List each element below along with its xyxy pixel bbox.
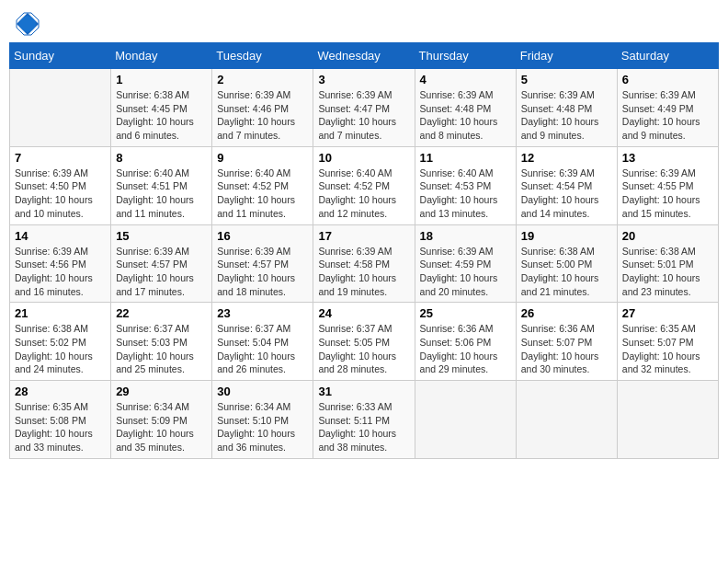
day-number: 26 bbox=[521, 306, 612, 320]
day-number: 5 bbox=[521, 73, 612, 86]
day-number: 28 bbox=[15, 385, 106, 398]
day-info: Sunrise: 6:39 AM Sunset: 4:46 PM Dayligh… bbox=[217, 88, 308, 143]
day-number: 8 bbox=[116, 151, 207, 165]
day-cell: 15Sunrise: 6:39 AM Sunset: 4:57 PM Dayli… bbox=[111, 224, 212, 303]
day-cell: 25Sunrise: 6:36 AM Sunset: 5:06 PM Dayli… bbox=[415, 303, 516, 381]
day-cell bbox=[415, 381, 516, 459]
day-cell: 6Sunrise: 6:39 AM Sunset: 4:49 PM Daylig… bbox=[617, 69, 718, 147]
day-info: Sunrise: 6:39 AM Sunset: 4:47 PM Dayligh… bbox=[318, 88, 409, 143]
day-number: 18 bbox=[420, 229, 511, 243]
day-number: 6 bbox=[622, 73, 713, 86]
day-number: 25 bbox=[420, 306, 511, 320]
day-info: Sunrise: 6:36 AM Sunset: 5:07 PM Dayligh… bbox=[521, 322, 612, 376]
day-cell: 24Sunrise: 6:37 AM Sunset: 5:05 PM Dayli… bbox=[313, 303, 415, 381]
day-number: 15 bbox=[116, 229, 207, 243]
day-cell: 20Sunrise: 6:38 AM Sunset: 5:01 PM Dayli… bbox=[617, 224, 718, 303]
day-number: 11 bbox=[420, 151, 511, 165]
day-cell bbox=[516, 381, 617, 459]
day-number: 3 bbox=[318, 73, 409, 86]
col-header-thursday: Thursday bbox=[415, 43, 516, 69]
day-number: 17 bbox=[318, 229, 409, 243]
week-row-1: 1Sunrise: 6:38 AM Sunset: 4:45 PM Daylig… bbox=[10, 69, 719, 147]
day-cell: 30Sunrise: 6:34 AM Sunset: 5:10 PM Dayli… bbox=[212, 381, 313, 459]
day-cell: 27Sunrise: 6:35 AM Sunset: 5:07 PM Dayli… bbox=[617, 303, 718, 381]
day-number: 14 bbox=[15, 229, 106, 243]
day-cell: 16Sunrise: 6:39 AM Sunset: 4:57 PM Dayli… bbox=[212, 224, 313, 303]
day-number: 30 bbox=[217, 385, 308, 398]
day-info: Sunrise: 6:40 AM Sunset: 4:51 PM Dayligh… bbox=[116, 167, 207, 221]
day-info: Sunrise: 6:39 AM Sunset: 4:50 PM Dayligh… bbox=[15, 167, 106, 221]
day-info: Sunrise: 6:40 AM Sunset: 4:52 PM Dayligh… bbox=[217, 167, 308, 221]
day-number: 4 bbox=[420, 73, 511, 86]
day-info: Sunrise: 6:39 AM Sunset: 4:58 PM Dayligh… bbox=[318, 245, 409, 299]
day-number: 1 bbox=[116, 73, 207, 86]
day-cell: 17Sunrise: 6:39 AM Sunset: 4:58 PM Dayli… bbox=[313, 224, 415, 303]
day-cell: 12Sunrise: 6:39 AM Sunset: 4:54 PM Dayli… bbox=[516, 146, 617, 224]
day-cell: 10Sunrise: 6:40 AM Sunset: 4:52 PM Dayli… bbox=[313, 146, 415, 224]
day-number: 21 bbox=[15, 306, 106, 320]
day-cell: 4Sunrise: 6:39 AM Sunset: 4:48 PM Daylig… bbox=[415, 69, 516, 147]
day-number: 20 bbox=[622, 229, 713, 243]
day-cell bbox=[10, 69, 111, 147]
day-info: Sunrise: 6:39 AM Sunset: 4:54 PM Dayligh… bbox=[521, 167, 612, 221]
day-info: Sunrise: 6:35 AM Sunset: 5:08 PM Dayligh… bbox=[15, 400, 106, 454]
day-cell: 23Sunrise: 6:37 AM Sunset: 5:04 PM Dayli… bbox=[212, 303, 313, 381]
day-info: Sunrise: 6:39 AM Sunset: 4:56 PM Dayligh… bbox=[15, 245, 106, 299]
col-header-saturday: Saturday bbox=[617, 43, 718, 69]
day-cell bbox=[617, 381, 718, 459]
day-number: 31 bbox=[318, 385, 409, 398]
day-info: Sunrise: 6:39 AM Sunset: 4:48 PM Dayligh… bbox=[521, 88, 612, 143]
day-cell: 26Sunrise: 6:36 AM Sunset: 5:07 PM Dayli… bbox=[516, 303, 617, 381]
day-cell: 2Sunrise: 6:39 AM Sunset: 4:46 PM Daylig… bbox=[212, 69, 313, 147]
day-number: 23 bbox=[217, 306, 308, 320]
day-cell: 14Sunrise: 6:39 AM Sunset: 4:56 PM Dayli… bbox=[10, 224, 111, 303]
day-number: 12 bbox=[521, 151, 612, 165]
day-info: Sunrise: 6:39 AM Sunset: 4:55 PM Dayligh… bbox=[622, 167, 713, 221]
day-info: Sunrise: 6:37 AM Sunset: 5:05 PM Dayligh… bbox=[318, 322, 409, 376]
day-number: 13 bbox=[622, 151, 713, 165]
day-info: Sunrise: 6:39 AM Sunset: 4:48 PM Dayligh… bbox=[420, 88, 511, 143]
day-cell: 1Sunrise: 6:38 AM Sunset: 4:45 PM Daylig… bbox=[111, 69, 212, 147]
day-info: Sunrise: 6:37 AM Sunset: 5:03 PM Dayligh… bbox=[116, 322, 207, 376]
week-row-5: 28Sunrise: 6:35 AM Sunset: 5:08 PM Dayli… bbox=[10, 381, 719, 459]
week-row-4: 21Sunrise: 6:38 AM Sunset: 5:02 PM Dayli… bbox=[10, 303, 719, 381]
day-info: Sunrise: 6:36 AM Sunset: 5:06 PM Dayligh… bbox=[420, 322, 511, 376]
week-row-2: 7Sunrise: 6:39 AM Sunset: 4:50 PM Daylig… bbox=[10, 146, 719, 224]
day-info: Sunrise: 6:40 AM Sunset: 4:53 PM Dayligh… bbox=[420, 167, 511, 221]
day-info: Sunrise: 6:34 AM Sunset: 5:10 PM Dayligh… bbox=[217, 400, 308, 454]
day-info: Sunrise: 6:38 AM Sunset: 5:00 PM Dayligh… bbox=[521, 245, 612, 299]
logo-icon bbox=[13, 9, 39, 35]
day-cell: 9Sunrise: 6:40 AM Sunset: 4:52 PM Daylig… bbox=[212, 146, 313, 224]
day-cell: 21Sunrise: 6:38 AM Sunset: 5:02 PM Dayli… bbox=[10, 303, 111, 381]
day-info: Sunrise: 6:38 AM Sunset: 5:02 PM Dayligh… bbox=[15, 322, 106, 376]
day-info: Sunrise: 6:35 AM Sunset: 5:07 PM Dayligh… bbox=[622, 322, 713, 376]
col-header-tuesday: Tuesday bbox=[212, 43, 313, 69]
day-number: 10 bbox=[318, 151, 409, 165]
day-info: Sunrise: 6:39 AM Sunset: 4:57 PM Dayligh… bbox=[217, 245, 308, 299]
day-number: 9 bbox=[217, 151, 308, 165]
day-cell: 29Sunrise: 6:34 AM Sunset: 5:09 PM Dayli… bbox=[111, 381, 212, 459]
day-info: Sunrise: 6:39 AM Sunset: 4:57 PM Dayligh… bbox=[116, 245, 207, 299]
week-row-3: 14Sunrise: 6:39 AM Sunset: 4:56 PM Dayli… bbox=[10, 224, 719, 303]
day-cell: 19Sunrise: 6:38 AM Sunset: 5:00 PM Dayli… bbox=[516, 224, 617, 303]
day-number: 7 bbox=[15, 151, 106, 165]
day-cell: 11Sunrise: 6:40 AM Sunset: 4:53 PM Dayli… bbox=[415, 146, 516, 224]
day-number: 27 bbox=[622, 306, 713, 320]
day-cell: 5Sunrise: 6:39 AM Sunset: 4:48 PM Daylig… bbox=[516, 69, 617, 147]
day-cell: 3Sunrise: 6:39 AM Sunset: 4:47 PM Daylig… bbox=[313, 69, 415, 147]
day-info: Sunrise: 6:38 AM Sunset: 4:45 PM Dayligh… bbox=[116, 88, 207, 143]
day-info: Sunrise: 6:37 AM Sunset: 5:04 PM Dayligh… bbox=[217, 322, 308, 376]
day-cell: 22Sunrise: 6:37 AM Sunset: 5:03 PM Dayli… bbox=[111, 303, 212, 381]
page-header bbox=[9, 9, 719, 35]
day-info: Sunrise: 6:40 AM Sunset: 4:52 PM Dayligh… bbox=[318, 167, 409, 221]
day-cell: 8Sunrise: 6:40 AM Sunset: 4:51 PM Daylig… bbox=[111, 146, 212, 224]
day-info: Sunrise: 6:39 AM Sunset: 4:49 PM Dayligh… bbox=[622, 88, 713, 143]
day-cell: 7Sunrise: 6:39 AM Sunset: 4:50 PM Daylig… bbox=[10, 146, 111, 224]
day-info: Sunrise: 6:38 AM Sunset: 5:01 PM Dayligh… bbox=[622, 245, 713, 299]
day-number: 16 bbox=[217, 229, 308, 243]
col-header-wednesday: Wednesday bbox=[313, 43, 415, 69]
day-number: 24 bbox=[318, 306, 409, 320]
day-info: Sunrise: 6:33 AM Sunset: 5:11 PM Dayligh… bbox=[318, 400, 409, 454]
day-cell: 31Sunrise: 6:33 AM Sunset: 5:11 PM Dayli… bbox=[313, 381, 415, 459]
col-header-monday: Monday bbox=[111, 43, 212, 69]
